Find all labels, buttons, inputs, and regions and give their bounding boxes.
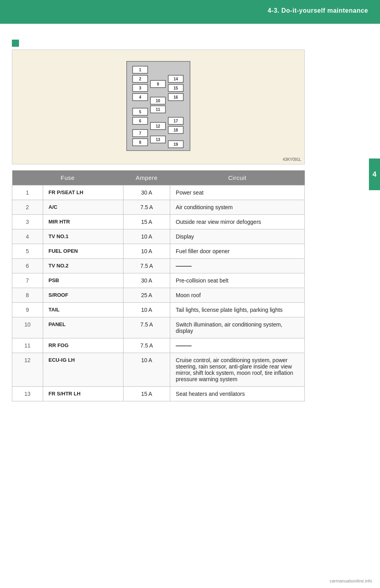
fuse-name: MIR HTR <box>43 215 123 229</box>
fuse-name: ECU-IG LH <box>43 353 123 387</box>
fuse-ampere: 10 A <box>123 244 170 259</box>
svg-text:16: 16 <box>173 95 178 99</box>
fuse-name: TV NO.2 <box>43 259 123 273</box>
fuse-ampere: 25 A <box>123 288 170 303</box>
fuse-circuit: Power seat <box>170 185 305 200</box>
table-row: 4TV NO.110 ADisplay <box>12 229 305 244</box>
section-number: 4 <box>372 170 376 179</box>
fuse-ampere: 15 A <box>123 215 170 229</box>
fuse-table-container: Fuse Ampere Circuit 1FR P/SEAT LH30 APow… <box>12 170 305 401</box>
fuse-number: 11 <box>12 338 43 353</box>
fuse-number: 12 <box>12 353 43 387</box>
fuse-table: Fuse Ampere Circuit 1FR P/SEAT LH30 APow… <box>12 170 305 401</box>
section-tab: 4 <box>369 158 380 190</box>
svg-text:13: 13 <box>156 137 160 142</box>
table-row: 12ECU-IG LH10 ACruise control, air condi… <box>12 353 305 387</box>
svg-text:10: 10 <box>156 99 160 103</box>
fuse-ampere: 7.5 A <box>123 200 170 215</box>
fuse-name: S/ROOF <box>43 288 123 303</box>
fuse-number: 10 <box>12 317 43 338</box>
fuse-number: 3 <box>12 215 43 229</box>
fuse-ampere: 10 A <box>123 229 170 244</box>
fuse-ampere: 10 A <box>123 353 170 387</box>
fuse-ampere: 30 A <box>123 185 170 200</box>
table-row: 5FUEL OPEN10 AFuel filler door opener <box>12 244 305 259</box>
fuse-circuit: Pre-collision seat belt <box>170 273 305 288</box>
svg-text:12: 12 <box>156 124 160 128</box>
table-row: 13FR S/HTR LH15 ASeat heaters and ventil… <box>12 387 305 401</box>
fuse-name: TV NO.1 <box>43 229 123 244</box>
col-header-circuit: Circuit <box>170 170 305 185</box>
fuse-name: A/C <box>43 200 123 215</box>
table-row: 11RR FOG7.5 A <box>12 338 305 353</box>
svg-text:9: 9 <box>157 82 159 86</box>
fuse-ampere: 7.5 A <box>123 317 170 338</box>
fuse-name: TAIL <box>43 303 123 317</box>
fuse-name: FR S/HTR LH <box>43 387 123 401</box>
fuse-circuit: Display <box>170 229 305 244</box>
watermark: carmanualsonline.info <box>330 578 372 583</box>
svg-text:18: 18 <box>173 128 178 132</box>
svg-text:2: 2 <box>139 77 141 81</box>
table-row: 2A/C7.5 AAir conditioning system <box>12 200 305 215</box>
fuse-circuit: Switch illumination, air conditioning sy… <box>170 317 305 338</box>
fuse-ampere: 7.5 A <box>123 338 170 353</box>
col-header-fuse: Fuse <box>12 170 124 185</box>
svg-text:11: 11 <box>156 107 160 112</box>
table-row: 10PANEL7.5 ASwitch illumination, air con… <box>12 317 305 338</box>
fuse-circuit: Outside rear view mirror defoggers <box>170 215 305 229</box>
page-title: 4-3. Do-it-yourself maintenance <box>268 7 368 14</box>
fuse-ampere: 15 A <box>123 387 170 401</box>
svg-text:14: 14 <box>173 77 178 81</box>
fuse-name: PSB <box>43 273 123 288</box>
col-header-ampere: Ampere <box>123 170 170 185</box>
fuse-number: 2 <box>12 200 43 215</box>
fuse-number: 8 <box>12 288 43 303</box>
fuse-name: RR FOG <box>43 338 123 353</box>
svg-text:4: 4 <box>139 95 141 99</box>
svg-text:3: 3 <box>139 86 141 90</box>
fuse-circuit: Seat heaters and ventilators <box>170 387 305 401</box>
table-row: 7PSB30 APre-collision seat belt <box>12 273 305 288</box>
fuse-number: 6 <box>12 259 43 273</box>
fuse-diagram: 1 2 3 4 5 6 7 8 9 10 11 12 13 <box>12 50 305 164</box>
diagram-label: 43KY091L <box>283 157 301 162</box>
fuse-circuit: Air conditioning system <box>170 200 305 215</box>
table-row: 3MIR HTR15 AOutside rear view mirror def… <box>12 215 305 229</box>
section-bullet <box>12 40 19 47</box>
svg-text:19: 19 <box>173 142 178 147</box>
fuse-circuit <box>170 338 305 353</box>
table-row: 6TV NO.27.5 A <box>12 259 305 273</box>
fuse-number: 9 <box>12 303 43 317</box>
fuse-circuit: Fuel filler door opener <box>170 244 305 259</box>
fuse-circuit: Tail lights, license plate lights, parki… <box>170 303 305 317</box>
table-row: 9TAIL10 ATail lights, license plate ligh… <box>12 303 305 317</box>
fuse-name: FUEL OPEN <box>43 244 123 259</box>
svg-text:5: 5 <box>139 110 141 114</box>
fuse-ampere: 30 A <box>123 273 170 288</box>
fuse-number: 4 <box>12 229 43 244</box>
svg-text:7: 7 <box>139 131 141 136</box>
fuse-number: 5 <box>12 244 43 259</box>
fuse-ampere: 10 A <box>123 303 170 317</box>
fusebox-svg: 1 2 3 4 5 6 7 8 9 10 11 12 13 <box>115 57 202 157</box>
svg-text:6: 6 <box>139 119 141 123</box>
table-row: 8S/ROOF25 AMoon roof <box>12 288 305 303</box>
fuse-circuit: Cruise control, air conditioning system,… <box>170 353 305 387</box>
fuse-number: 7 <box>12 273 43 288</box>
fuse-circuit <box>170 259 305 273</box>
fuse-number: 1 <box>12 185 43 200</box>
table-row: 1FR P/SEAT LH30 APower seat <box>12 185 305 200</box>
svg-text:17: 17 <box>173 119 178 123</box>
fuse-ampere: 7.5 A <box>123 259 170 273</box>
svg-text:15: 15 <box>173 86 178 90</box>
fuse-circuit: Moon roof <box>170 288 305 303</box>
fuse-number: 13 <box>12 387 43 401</box>
fuse-name: PANEL <box>43 317 123 338</box>
fuse-name: FR P/SEAT LH <box>43 185 123 200</box>
svg-text:8: 8 <box>139 140 141 145</box>
svg-text:1: 1 <box>139 68 141 72</box>
